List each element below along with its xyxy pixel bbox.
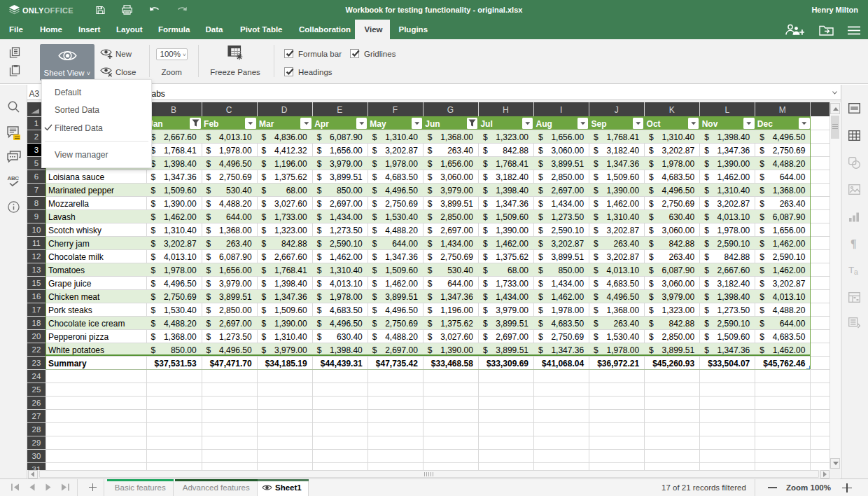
svg-text:a: a bbox=[854, 268, 858, 276]
svg-text:T: T bbox=[848, 265, 854, 275]
svg-text:¶: ¶ bbox=[850, 237, 857, 249]
